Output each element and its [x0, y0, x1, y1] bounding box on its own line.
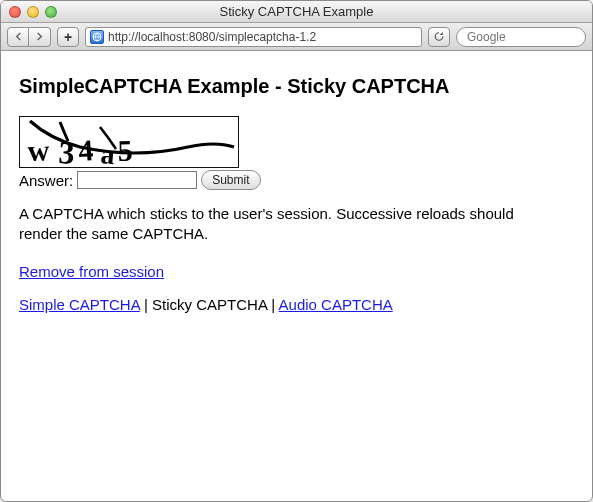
svg-text:w: w	[27, 133, 50, 167]
simple-captcha-link[interactable]: Simple CAPTCHA	[19, 296, 140, 313]
separator: |	[267, 296, 278, 313]
zoom-icon[interactable]	[45, 6, 57, 18]
browser-window: Sticky CAPTCHA Example + http://localhos…	[0, 0, 593, 502]
add-bookmark-button[interactable]: +	[57, 27, 79, 47]
close-icon[interactable]	[9, 6, 21, 18]
titlebar: Sticky CAPTCHA Example	[1, 1, 592, 23]
page-heading: SimpleCAPTCHA Example - Sticky CAPTCHA	[19, 75, 574, 98]
reload-button[interactable]	[428, 27, 450, 47]
favicon-icon	[90, 30, 104, 44]
audio-captcha-link[interactable]: Audio CAPTCHA	[279, 296, 393, 313]
svg-text:3: 3	[58, 134, 76, 169]
search-input[interactable]	[465, 29, 593, 45]
chevron-right-icon	[35, 32, 44, 41]
separator: |	[140, 296, 152, 313]
answer-row: Answer: Submit	[19, 170, 574, 190]
sticky-captcha-current: Sticky CAPTCHA	[152, 296, 267, 313]
nav-links: Simple CAPTCHA | Sticky CAPTCHA | Audio …	[19, 296, 574, 313]
remove-link-line: Remove from session	[19, 263, 574, 280]
answer-input[interactable]	[77, 171, 197, 189]
back-button[interactable]	[7, 27, 29, 47]
page-content: SimpleCAPTCHA Example - Sticky CAPTCHA w…	[1, 51, 592, 501]
remove-from-session-link[interactable]: Remove from session	[19, 263, 164, 280]
nav-buttons	[7, 27, 51, 47]
traffic-lights	[9, 6, 57, 18]
url-text: http://localhost:8080/simplecaptcha-1.2	[108, 30, 417, 44]
toolbar: + http://localhost:8080/simplecaptcha-1.…	[1, 23, 592, 51]
answer-label: Answer:	[19, 172, 73, 189]
window-title: Sticky CAPTCHA Example	[1, 4, 592, 19]
chevron-left-icon	[14, 32, 23, 41]
submit-button[interactable]: Submit	[201, 170, 260, 190]
forward-button[interactable]	[29, 27, 51, 47]
minimize-icon[interactable]	[27, 6, 39, 18]
svg-text:4: 4	[77, 133, 94, 167]
reload-icon	[433, 30, 445, 43]
svg-text:a: a	[99, 138, 116, 169]
captcha-image: w 3 4 a 5	[19, 116, 239, 168]
description-text: A CAPTCHA which sticks to the user's ses…	[19, 204, 539, 245]
url-bar[interactable]: http://localhost:8080/simplecaptcha-1.2	[85, 27, 422, 47]
svg-text:5: 5	[117, 133, 133, 167]
search-bar[interactable]	[456, 27, 586, 47]
